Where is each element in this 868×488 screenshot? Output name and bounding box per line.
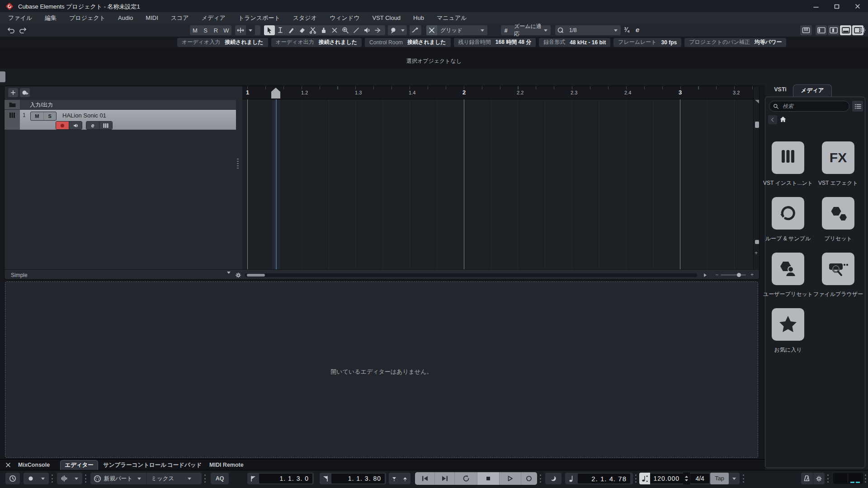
tab-vsti[interactable]: VSTi <box>769 86 792 93</box>
search-input[interactable] <box>782 103 838 110</box>
metronome-setup-button[interactable] <box>813 473 825 484</box>
track-list-splitter[interactable] <box>236 159 239 171</box>
range-tool-button[interactable] <box>275 25 286 35</box>
snap-type-dropdown[interactable]: グリッド <box>437 27 487 34</box>
menu-project[interactable]: プロジェクト <box>63 12 112 24</box>
go-to-start-button[interactable] <box>415 472 435 485</box>
media-search-box[interactable] <box>769 101 849 112</box>
info-frame-rate[interactable]: フレームレート30 fps <box>613 38 681 47</box>
tap-tempo-button[interactable]: Tap <box>710 473 729 484</box>
loop-feedback-dropdown[interactable] <box>399 25 407 35</box>
kebab-dots[interactable] <box>827 474 829 483</box>
vertical-zoom-in-button[interactable]: + <box>755 250 758 256</box>
open-quantize-panel-button[interactable]: e <box>636 26 639 33</box>
audio-record-mode-group[interactable] <box>57 473 82 484</box>
menu-edit[interactable]: 編集 <box>38 12 63 24</box>
menu-audio[interactable]: Audio <box>112 12 139 24</box>
menu-file[interactable]: ファイル <box>2 12 38 24</box>
automation-follows-events-button[interactable] <box>410 25 421 35</box>
add-track-button[interactable] <box>8 88 18 97</box>
activity-clock-button[interactable] <box>5 473 20 484</box>
close-lower-zone-icon[interactable] <box>5 462 11 468</box>
tempo-value[interactable]: 120.000 <box>650 474 684 483</box>
play-tool-button[interactable] <box>362 25 373 35</box>
track-solo-button[interactable]: S <box>44 112 57 120</box>
mute-all-button[interactable]: M <box>190 25 200 35</box>
read-automation-button[interactable]: R <box>211 25 221 35</box>
horizontal-scrollbar[interactable] <box>245 273 697 277</box>
kebab-dots[interactable] <box>52 474 53 483</box>
back-button[interactable] <box>768 115 777 124</box>
zoom-tool-button[interactable] <box>340 25 351 35</box>
primary-time-display[interactable]: 2. 1. 4. 78 <box>578 474 630 483</box>
auto-scroll-dropdown[interactable] <box>246 25 255 35</box>
setup-toolbar-button[interactable] <box>859 26 866 34</box>
zoom-tri-icon[interactable] <box>755 100 759 103</box>
tempo-dropdown[interactable] <box>729 473 740 484</box>
zoom-out-button[interactable]: − <box>715 272 718 278</box>
track-preset-button[interactable] <box>20 88 30 97</box>
locators-to-selection-button[interactable] <box>389 473 400 484</box>
results-list-button[interactable] <box>852 101 863 112</box>
home-button[interactable] <box>779 115 787 123</box>
time-signature-value[interactable]: 4/4 <box>690 474 709 483</box>
metronome-button[interactable] <box>801 473 813 484</box>
select-tool-button[interactable] <box>264 25 275 35</box>
preset-dropdown-caret[interactable] <box>227 274 231 280</box>
midi-record-mode-dropdown[interactable] <box>132 473 146 484</box>
go-to-end-button[interactable] <box>435 472 455 485</box>
toggle-left-zone-button[interactable] <box>816 25 827 35</box>
menu-midi[interactable]: MIDI <box>139 12 164 24</box>
info-record-time[interactable]: 残り録音時間168 時間 48 分 <box>454 38 536 47</box>
right-locator-group[interactable]: 1. 1. 3. 80 <box>320 473 386 484</box>
instrument-track-row[interactable]: 1 M S HALion Sonic 01 e <box>5 110 236 130</box>
solo-all-button[interactable]: S <box>200 25 211 35</box>
menu-vst-cloud[interactable]: VST Cloud <box>366 12 407 24</box>
tempo-spinner[interactable] <box>683 473 689 484</box>
left-edge-handle[interactable] <box>0 71 5 82</box>
tile-favorites[interactable] <box>772 308 804 341</box>
horizontal-scroll-handle[interactable] <box>247 274 265 277</box>
kebab-dots[interactable] <box>204 474 206 483</box>
cycle-button[interactable] <box>455 472 477 485</box>
left-locator-group[interactable]: 1. 1. 3. 0 <box>247 473 314 484</box>
tab-midi-remote[interactable]: MIDI Remote <box>209 460 244 470</box>
loop-feedback-button[interactable] <box>388 25 399 35</box>
snap-on-off-button[interactable] <box>426 25 437 35</box>
play-button[interactable] <box>500 472 521 485</box>
kebab-dots[interactable] <box>865 474 867 483</box>
vertical-scroll-handle[interactable] <box>755 122 759 128</box>
glue-tool-button[interactable] <box>318 25 329 35</box>
close-button[interactable] <box>847 0 868 12</box>
erase-tool-button[interactable] <box>297 25 307 35</box>
left-locator-value[interactable]: 1. 1. 3. 0 <box>259 474 312 483</box>
tab-media[interactable]: メディア <box>793 84 832 97</box>
kebab-dots[interactable] <box>743 474 745 483</box>
toggle-lower-zone-button[interactable] <box>840 25 851 35</box>
info-control-room[interactable]: Control Room接続されました <box>365 38 450 47</box>
toggle-inspector-button[interactable] <box>828 25 839 35</box>
zoom-slider-handle[interactable] <box>737 273 741 277</box>
tab-editor[interactable]: エディター <box>60 460 98 470</box>
racks-button[interactable] <box>800 25 812 35</box>
monitor-button[interactable] <box>69 122 82 129</box>
auto-quantize-button[interactable]: AQ <box>211 473 229 484</box>
record-mode-group[interactable] <box>24 473 49 484</box>
zoom-slider[interactable] <box>721 274 746 276</box>
record-enable-button[interactable] <box>56 122 69 129</box>
grid-type-dropdown[interactable]: ズームに適応 <box>511 23 551 38</box>
event-display[interactable]: 1 1.2 1.3 1.4 2 2.2 2.3 2.4 3 3.2 <box>242 86 753 269</box>
kebab-dots[interactable] <box>635 474 637 483</box>
maximize-button[interactable] <box>826 0 847 12</box>
tab-sampler-control[interactable]: サンプラーコントロール <box>103 460 166 470</box>
minimize-button[interactable] <box>806 0 826 12</box>
auto-scroll-button[interactable] <box>235 25 246 35</box>
right-locator-value[interactable]: 1. 1. 3. 80 <box>331 474 385 483</box>
quantize-preset-dropdown[interactable]: 1/8 <box>566 27 621 33</box>
kebab-dots[interactable] <box>540 474 542 483</box>
mute-tool-button[interactable] <box>329 25 340 35</box>
info-record-format[interactable]: 録音形式48 kHz - 16 bit <box>539 38 610 47</box>
kebab-dots[interactable] <box>85 474 87 483</box>
info-pan-law[interactable]: プロジェクトのパン補正均等パワー <box>684 38 786 47</box>
stop-button[interactable] <box>477 472 499 485</box>
